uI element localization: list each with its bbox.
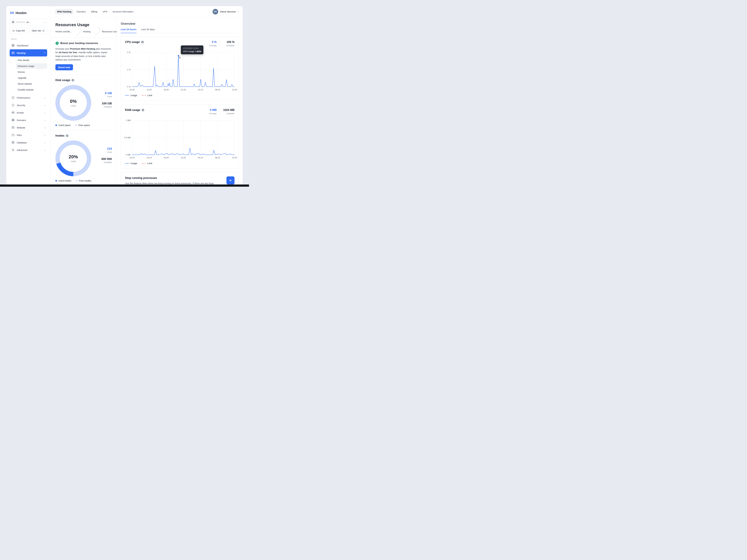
user-menu[interactable]: DV Diana Vancova <box>212 9 238 15</box>
chart-tooltip: 2/13/2022 21:00 CPU Usage: 1.82% <box>181 46 203 54</box>
inodes-legend: Used inodes Free inodes <box>55 179 112 185</box>
brand-logo[interactable]: Hostim <box>10 11 47 15</box>
submenu-renew[interactable]: Renew <box>16 69 47 75</box>
limit-line-sample <box>142 163 146 163</box>
chevron-down-icon <box>44 97 46 99</box>
cpu-available-label: Available <box>223 44 234 47</box>
sidebar-item-hosting[interactable]: Hosting <box>10 49 47 56</box>
folder-icon <box>11 133 15 137</box>
used-inodes-dot <box>55 180 57 182</box>
tab-account-information[interactable]: Account Information <box>111 9 135 14</box>
tab-web-hosting[interactable]: Web Hosting <box>55 9 73 14</box>
tab-domains[interactable]: Domains <box>75 9 88 14</box>
chevron-down-icon <box>44 134 46 136</box>
inodes-used-label: Used <box>101 151 112 153</box>
breadcrumb-current: Resources Usage <box>102 30 117 33</box>
cpu-chart-plot[interactable]: 2/13/2022 21:00 CPU Usage: 1.82% <box>132 49 234 87</box>
info-icon[interactable] <box>141 41 144 44</box>
pause-processes-button[interactable] <box>227 177 234 185</box>
gear-icon <box>11 149 15 152</box>
sidebar-item-database[interactable]: Database <box>10 139 47 146</box>
legend-limit-label: Limit <box>147 94 152 97</box>
free-space-dot <box>75 125 77 126</box>
info-icon[interactable] <box>72 79 74 81</box>
inodes-stats: 133 Used 400 000 Available <box>101 140 112 163</box>
submenu-upgrade[interactable]: Upgrade <box>16 75 47 81</box>
overview-panel: Overview Last 24 hours Last 30 days CPU … <box>117 17 243 185</box>
free-inodes-dot <box>76 180 77 182</box>
brand-name: Hostim <box>16 11 26 15</box>
copy-icon <box>12 30 15 32</box>
submenu-resource-usage[interactable]: Resource usage <box>16 63 47 69</box>
sidebar-item-label: Database <box>17 141 27 144</box>
breadcrumb-home[interactable]: Hostim.com/de... <box>55 30 72 33</box>
disk-stats: 0 GB Used 100 GB Available <box>102 85 112 108</box>
inodes-percent-value: 20% <box>69 154 78 159</box>
chevron-down-icon <box>237 11 239 12</box>
sidebar-item-performance[interactable]: Performance <box>10 94 47 101</box>
sidebar-item-label: Files <box>17 134 22 136</box>
tab-last-30-days[interactable]: Last 30 days <box>141 28 155 33</box>
legend-label: Used space <box>58 124 71 127</box>
ram-average-label: Average <box>205 112 216 115</box>
chevron-down-icon <box>44 21 46 23</box>
breadcrumb: Hostim.com/de... Hosting Resources Usage <box>55 29 112 34</box>
used-space-dot <box>55 125 57 126</box>
sidebar-item-files[interactable]: Files <box>10 131 47 139</box>
sidebar-item-label: Hosting <box>17 52 26 54</box>
tab-billing[interactable]: Billing <box>89 9 99 14</box>
disk-percent-value: 0% <box>70 99 77 104</box>
performance-icon <box>11 96 15 99</box>
open-site-label: Open site <box>32 29 41 32</box>
database-icon <box>11 141 15 144</box>
boost-title: Boost your hosting resources <box>60 42 98 45</box>
globe-icon <box>11 118 15 122</box>
copy-link-button[interactable]: Copy link <box>10 28 28 34</box>
x-axis-labels: 10:2014:2018:2022:2002:2006:2010:20 <box>129 157 237 159</box>
shield-icon <box>11 104 15 107</box>
disk-used-label: Used <box>102 95 112 98</box>
sidebar-item-security[interactable]: Security <box>10 102 47 109</box>
sidebar-nav: Dashboard Hosting Plan details Resource … <box>10 42 47 154</box>
y-axis-labels: 0 MB0.5 MB1 MB <box>125 117 132 155</box>
chevron-down-icon <box>44 104 46 106</box>
sidebar-item-label: Dashboard <box>17 44 28 47</box>
boost-now-button[interactable]: Boost now <box>55 64 73 70</box>
ram-available-value: 1024 MB <box>223 108 234 112</box>
sidebar-item-domains[interactable]: Domains <box>10 116 47 124</box>
breadcrumb-hosting[interactable]: Hosting <box>83 30 91 33</box>
open-site-button[interactable]: Open site <box>29 28 47 34</box>
sidebar-item-dashboard[interactable]: Dashboard <box>10 42 47 49</box>
sidebar-item-label: Security <box>17 104 25 107</box>
ram-chart-plot[interactable] <box>132 117 234 155</box>
disk-usage-title: Disk usage <box>55 79 70 82</box>
disk-used-value: 0 GB <box>102 91 112 95</box>
ram-chart: 0 MB0.5 MB1 MB 10:2014:2018:2022:2002:20… <box>125 117 234 159</box>
disk-legend: Used space Free space <box>55 124 112 129</box>
sidebar-item-label: Website <box>17 126 25 129</box>
boost-body: Increase your Premium Web Hosting plan r… <box>55 47 112 61</box>
tab-last-24-hours[interactable]: Last 24 hours <box>121 28 136 33</box>
submenu-disable-website[interactable]: Disable website <box>16 87 47 92</box>
page-title: Resources Usage <box>55 22 112 27</box>
ram-chart-legend: Usage Limit <box>125 162 234 165</box>
top-tabs: Web Hosting Domains Billing VPS Account … <box>55 9 135 14</box>
info-icon[interactable] <box>141 109 144 111</box>
tooltip-value: 1.82% <box>195 50 201 53</box>
app-window: Hostim •••••••••• ac... Copy link <box>6 6 243 185</box>
external-link-icon <box>42 30 45 32</box>
sidebar-item-label: Performance <box>17 97 30 99</box>
submenu-reset-website[interactable]: Reset website <box>16 81 47 87</box>
submenu-plan-details[interactable]: Plan details <box>16 57 47 63</box>
tab-vps[interactable]: VPS <box>101 9 109 14</box>
info-icon[interactable] <box>66 134 69 137</box>
cpu-stats: 0 % Average 100 % Available <box>205 41 234 47</box>
chevron-up-icon <box>44 52 46 54</box>
sidebar-item-website[interactable]: Website <box>10 124 47 131</box>
domain-selector[interactable]: •••••••••• ac... <box>10 19 47 25</box>
inodes-percent-label: Used <box>71 160 76 163</box>
legend-usage-label: Usage <box>130 162 137 165</box>
sidebar-item-emails[interactable]: Emails <box>10 109 47 116</box>
mail-icon <box>11 111 15 114</box>
sidebar-item-advanced[interactable]: Advanced <box>10 146 47 154</box>
